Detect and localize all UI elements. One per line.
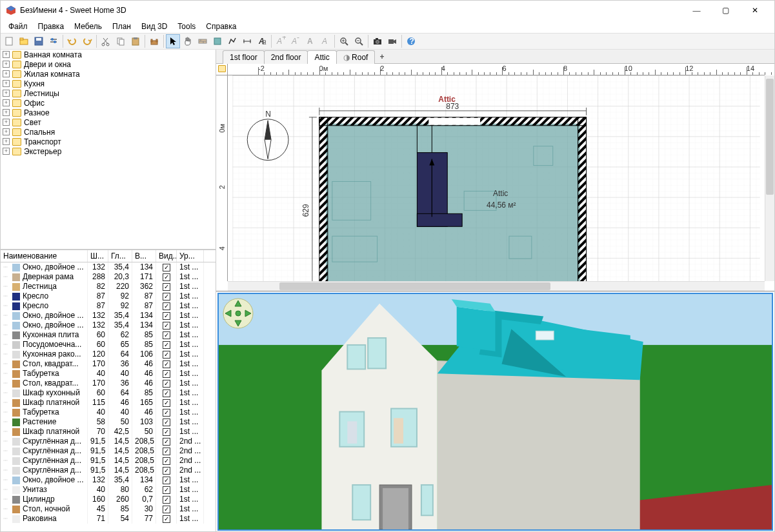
nav-3d-pad[interactable] <box>223 298 254 329</box>
table-row[interactable]: ┈┈Скруглённая д...91,514,5208,5✓2nd ... <box>1 446 216 456</box>
plan-canvas[interactable]: N <box>228 75 765 281</box>
visible-checkbox[interactable]: ✓ <box>163 302 170 310</box>
maximize-button[interactable]: ▢ <box>711 1 740 20</box>
catalog-item[interactable]: +Спальня <box>1 127 216 137</box>
table-row[interactable]: ┈┈Окно, двойное ...13235,4134✓1st ... <box>1 320 216 330</box>
video-button[interactable] <box>385 34 399 48</box>
tab-1st-floor[interactable]: 1st floor <box>223 50 265 64</box>
create-text-tool[interactable]: Aa <box>255 34 269 48</box>
table-row[interactable]: ┈┈Цилиндр1602600,7✓1st ... <box>1 495 216 504</box>
menu-план[interactable]: План <box>107 21 136 32</box>
cut-button[interactable] <box>99 34 113 48</box>
create-dimensions-tool[interactable] <box>240 34 254 48</box>
menu-файл[interactable]: Файл <box>3 21 33 32</box>
create-polylines-tool[interactable] <box>225 34 239 48</box>
menu-вид 3d[interactable]: Вид 3D <box>136 21 172 32</box>
scroll-thumb[interactable] <box>279 282 550 290</box>
scroll-thumb[interactable] <box>766 79 774 195</box>
italic-button[interactable]: A <box>318 34 332 48</box>
visible-checkbox[interactable]: ✓ <box>163 448 170 455</box>
visible-checkbox[interactable]: ✓ <box>163 293 170 300</box>
table-row[interactable]: ┈┈Кресло879287✓1st ... <box>1 301 216 311</box>
expand-icon[interactable]: + <box>3 70 10 77</box>
table-row[interactable]: ┈┈Скруглённая д...91,514,5208,5✓2nd ... <box>1 466 216 475</box>
copy-button[interactable] <box>114 34 128 48</box>
create-walls-tool[interactable] <box>196 34 210 48</box>
bold-button[interactable]: A <box>303 34 317 48</box>
catalog-item[interactable]: +Двери и окна <box>1 59 216 69</box>
catalog-item[interactable]: +Экстерьер <box>1 146 216 156</box>
visible-checkbox[interactable]: ✓ <box>163 360 170 368</box>
new-button[interactable] <box>2 34 16 48</box>
furniture-table[interactable]: ┈┈Окно, двойное ...13235,4134✓1st ...┈┈Д… <box>1 262 216 532</box>
help-button[interactable]: ? <box>404 34 418 48</box>
visible-checkbox[interactable]: ✓ <box>163 370 170 378</box>
add-furniture-button[interactable] <box>147 34 161 48</box>
expand-icon[interactable]: + <box>3 61 10 68</box>
expand-icon[interactable]: + <box>3 109 10 116</box>
catalog-item[interactable]: +Разное <box>1 108 216 117</box>
visible-checkbox[interactable]: ✓ <box>163 312 170 320</box>
visible-checkbox[interactable]: ✓ <box>163 341 170 349</box>
table-row[interactable]: ┈┈Шкаф платяной11546165✓1st ... <box>1 398 216 408</box>
table-row[interactable]: ┈┈Скруглённая д...91,514,5208,5✓2nd ... <box>1 437 216 446</box>
visible-checkbox[interactable]: ✓ <box>163 389 170 397</box>
menu-правка[interactable]: Правка <box>33 21 70 32</box>
open-button[interactable] <box>17 34 31 48</box>
minimize-button[interactable]: — <box>682 1 711 20</box>
col-width[interactable]: Ш... <box>88 250 108 262</box>
visible-checkbox[interactable]: ✓ <box>163 409 170 417</box>
view-3d[interactable] <box>217 293 773 531</box>
col-name[interactable]: Наименование <box>1 250 88 262</box>
preferences-button[interactable] <box>46 34 61 48</box>
plan-scrollbar-h[interactable] <box>228 281 765 291</box>
table-row[interactable]: ┈┈Кресло879287✓1st ... <box>1 291 216 301</box>
col-visible[interactable]: Вид... <box>156 250 177 262</box>
expand-icon[interactable]: + <box>3 119 10 126</box>
table-row[interactable]: ┈┈Окно, двойное ...13235,4134✓1st ... <box>1 311 216 320</box>
table-row[interactable]: ┈┈Окно, двойное ...13235,4134✓1st ... <box>1 475 216 485</box>
increase-text-button[interactable]: A+ <box>274 34 288 48</box>
table-row[interactable]: ┈┈Стол, квадрат...1703646✓1st ... <box>1 359 216 369</box>
visible-checkbox[interactable]: ✓ <box>163 496 170 504</box>
table-row[interactable]: ┈┈Табуретка404046✓1st ... <box>1 408 216 417</box>
visible-checkbox[interactable]: ✓ <box>163 283 170 291</box>
paste-button[interactable] <box>128 34 143 48</box>
visible-checkbox[interactable]: ✓ <box>163 264 170 271</box>
photo-button[interactable] <box>370 34 385 48</box>
add-level-button[interactable]: + <box>374 50 389 63</box>
expand-icon[interactable]: + <box>3 99 10 106</box>
expand-icon[interactable]: + <box>3 128 10 135</box>
table-row[interactable]: ┈┈Посудомоечна...606585✓1st ... <box>1 340 216 350</box>
catalog-item[interactable]: +Лестницы <box>1 88 216 98</box>
table-row[interactable]: ┈┈Дверная рама28820,3171✓1st ... <box>1 272 216 282</box>
visible-checkbox[interactable]: ✓ <box>163 351 170 359</box>
plan-view[interactable]: -20м2468101214 0м24 <box>216 64 774 291</box>
create-rooms-tool[interactable] <box>210 34 225 48</box>
table-row[interactable]: ┈┈Растение5850103✓1st ... <box>1 417 216 427</box>
close-button[interactable]: ✕ <box>740 1 769 20</box>
save-button[interactable] <box>32 34 46 48</box>
visible-checkbox[interactable]: ✓ <box>163 515 170 523</box>
menu-мебель[interactable]: Мебель <box>69 21 107 32</box>
col-level[interactable]: Ур... <box>177 250 204 262</box>
table-row[interactable]: ┈┈Окно, двойное ...13235,4134✓1st ... <box>1 262 216 272</box>
catalog-item[interactable]: +Кухня <box>1 79 216 88</box>
visible-checkbox[interactable]: ✓ <box>163 457 170 465</box>
catalog-item[interactable]: +Жилая комната <box>1 69 216 79</box>
tab-roof[interactable]: ◑ Roof <box>336 50 376 64</box>
table-row[interactable]: ┈┈Стол, ночной458530✓1st ... <box>1 504 216 514</box>
table-row[interactable]: ┈┈Раковина715477✓1st ... <box>1 514 216 524</box>
expand-icon[interactable]: + <box>3 80 10 87</box>
col-depth[interactable]: Гл... <box>108 250 132 262</box>
visible-checkbox[interactable]: ✓ <box>163 486 170 494</box>
table-row[interactable]: ┈┈Кухонная плита606285✓1st ... <box>1 330 216 340</box>
select-tool[interactable] <box>166 34 180 48</box>
visible-checkbox[interactable]: ✓ <box>163 419 170 426</box>
visible-checkbox[interactable]: ✓ <box>163 506 170 513</box>
visible-checkbox[interactable]: ✓ <box>163 331 170 339</box>
table-row[interactable]: ┈┈Шкаф платяной7042,550✓1st ... <box>1 427 216 437</box>
expand-icon[interactable]: + <box>3 51 10 58</box>
menu-tools[interactable]: Tools <box>172 21 201 32</box>
menu-справка[interactable]: Справка <box>201 21 241 32</box>
